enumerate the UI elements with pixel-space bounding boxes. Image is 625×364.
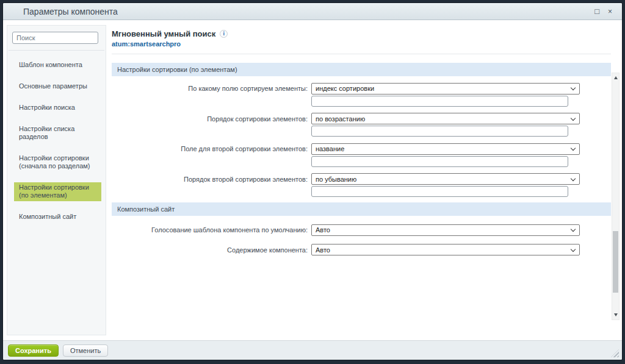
- resize-grip[interactable]: [611, 349, 619, 357]
- scrollbar-thumb[interactable]: [613, 231, 618, 293]
- sort-order-custom-input[interactable]: [311, 126, 568, 137]
- field-label: Содержимое компонента:: [112, 244, 311, 256]
- field-group: Авто: [311, 224, 580, 236]
- sort-field-select-wrap: индекс сортировки: [311, 82, 580, 95]
- scroll-up-icon[interactable]: [614, 76, 618, 79]
- component-code-link[interactable]: atum:smartsearchpro: [112, 40, 611, 48]
- form-row: Порядок сортировки элементов: по возраст…: [112, 113, 611, 137]
- dialog-footer: Сохранить Отменить: [3, 340, 622, 360]
- sidebar-item-main-parameters[interactable]: Основные параметры: [14, 81, 101, 92]
- sidebar-item-composite-site[interactable]: Композитный сайт: [14, 212, 101, 223]
- component-content-select-wrap: Авто: [311, 244, 580, 256]
- field-group: название: [311, 143, 580, 167]
- section-rows-composite: Голосование шаблона компонента по умолча…: [112, 224, 611, 255]
- sort-order-select-wrap: по возрастанию: [311, 113, 580, 125]
- form-row: Содержимое компонента: Авто: [112, 244, 611, 256]
- second-sort-field-custom-input[interactable]: [311, 156, 568, 167]
- form-row: Поле для второй сортировки элементов: на…: [112, 143, 611, 167]
- save-button[interactable]: Сохранить: [8, 344, 59, 357]
- component-parameters-dialog: Параметры компонента □ × Шаблон компонен…: [3, 3, 622, 360]
- second-sort-field-select[interactable]: название: [311, 143, 580, 155]
- search-input[interactable]: [12, 32, 98, 44]
- field-label: По какому полю сортируем элементы:: [112, 82, 311, 107]
- scroll-down-icon[interactable]: [614, 313, 618, 316]
- section-header-composite-site: Композитный сайт: [112, 202, 611, 216]
- header-divider: [112, 54, 611, 54]
- main-content: Мгновенный умный поиск i atum:smartsearc…: [112, 29, 611, 255]
- second-sort-order-custom-input[interactable]: [311, 186, 568, 197]
- component-content-select[interactable]: Авто: [311, 244, 580, 255]
- page-title: Мгновенный умный поиск: [112, 29, 215, 38]
- component-title-row: Мгновенный умный поиск i: [112, 29, 611, 38]
- info-icon[interactable]: i: [220, 30, 228, 38]
- second-sort-order-select[interactable]: по убыванию: [311, 173, 580, 185]
- sidebar-nav: Шаблон компонента Основные параметры Нас…: [7, 60, 106, 223]
- sidebar-item-section-list-settings[interactable]: Настройки списка разделов: [14, 124, 101, 143]
- field-label: Голосование шаблона компонента по умолча…: [112, 224, 311, 236]
- form-row: По какому полю сортируем элементы: индек…: [112, 82, 611, 107]
- section-rows-sort: По какому полю сортируем элементы: индек…: [112, 82, 611, 197]
- sidebar-item-sort-by-sections[interactable]: Настройки сортировки (сначала по раздела…: [14, 153, 101, 172]
- sidebar: Шаблон компонента Основные параметры Нас…: [7, 25, 106, 335]
- vertical-scrollbar[interactable]: [612, 73, 620, 320]
- field-group: Авто: [311, 244, 580, 256]
- sidebar-item-search-settings[interactable]: Настройки поиска: [14, 102, 101, 113]
- dialog-title: Параметры компонента: [3, 7, 118, 16]
- form-row: Голосование шаблона компонента по умолча…: [112, 224, 611, 236]
- sidebar-item-component-template[interactable]: Шаблон компонента: [14, 60, 101, 71]
- form-row: Порядок второй сортировки элементов: по …: [112, 173, 611, 198]
- sidebar-item-sort-by-elements[interactable]: Настройки сортировки (по элементам): [14, 182, 101, 201]
- section-header-sort-by-elements: Настройки сортировки (по элементам): [112, 63, 611, 76]
- maximize-icon[interactable]: □: [594, 7, 599, 15]
- second-sort-field-select-wrap: название: [311, 143, 580, 155]
- sort-field-select[interactable]: индекс сортировки: [311, 83, 580, 95]
- field-group: индекс сортировки: [311, 82, 580, 107]
- field-label: Поле для второй сортировки элементов:: [112, 143, 311, 167]
- dialog-titlebar[interactable]: Параметры компонента □ ×: [3, 3, 622, 20]
- window-controls: □ ×: [594, 7, 622, 15]
- field-group: по возрастанию: [311, 113, 580, 137]
- close-icon[interactable]: ×: [608, 8, 612, 15]
- field-label: Порядок сортировки элементов:: [112, 113, 311, 137]
- template-vote-select-wrap: Авто: [311, 224, 580, 236]
- field-group: по убыванию: [311, 173, 580, 198]
- field-label: Порядок второй сортировки элементов:: [112, 173, 311, 198]
- second-sort-order-select-wrap: по убыванию: [311, 173, 580, 185]
- sort-field-custom-input[interactable]: [311, 96, 568, 107]
- dialog-body: Шаблон компонента Основные параметры Нас…: [3, 21, 622, 340]
- cancel-button[interactable]: Отменить: [63, 344, 108, 357]
- sidebar-divider: [9, 50, 104, 51]
- sort-order-select[interactable]: по возрастанию: [311, 113, 580, 124]
- template-vote-select[interactable]: Авто: [311, 224, 580, 236]
